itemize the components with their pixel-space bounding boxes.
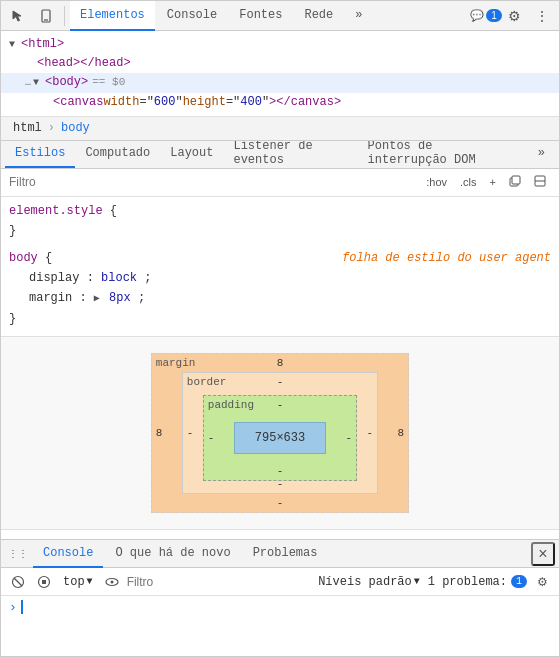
tab-listener[interactable]: Listener de eventos xyxy=(223,141,357,169)
console-drag-icon[interactable]: ⋮⋮ xyxy=(5,541,31,567)
console-content: › xyxy=(1,596,559,656)
console-filter-bar: top ▼ Níveis padrão ▼ 1 problema: 1 ⚙ xyxy=(1,568,559,596)
css-property-display: display : block ; xyxy=(9,268,551,288)
dom-line-body[interactable]: … ▼ <body> == $0 xyxy=(1,73,559,92)
css-selector-element[interactable]: element.style xyxy=(9,204,103,218)
css-value-display[interactable]: block xyxy=(101,271,137,285)
filter-input[interactable] xyxy=(9,175,417,189)
css-brace-close-2: } xyxy=(9,312,16,326)
svg-rect-3 xyxy=(512,176,520,184)
toggle-style-button[interactable] xyxy=(529,172,551,192)
padding-bottom-dash: - xyxy=(277,465,284,477)
devtools-window: Elementos Console Fontes Rede » 💬 1 ⚙ ⋮ … xyxy=(0,0,560,657)
main-content: Estilos Computado Layout Listener de eve… xyxy=(1,141,559,539)
add-style-button[interactable]: + xyxy=(485,173,501,191)
css-semi-1: ; xyxy=(144,271,151,285)
filter-actions: :hov .cls + xyxy=(421,172,551,192)
dom-tag-body: <body> xyxy=(45,73,88,92)
console-clear-icon[interactable] xyxy=(7,571,29,593)
dom-tag-canvas-close: ></canvas> xyxy=(269,93,341,112)
console-cursor[interactable] xyxy=(21,600,23,614)
toolbar-right: 💬 1 ⚙ ⋮ xyxy=(473,3,555,29)
dom-attr-eq1b: " xyxy=(175,93,182,112)
css-triangle-margin[interactable]: ▶ xyxy=(94,293,100,304)
tab-computado[interactable]: Computado xyxy=(75,141,160,169)
problem-count: 1 problema: xyxy=(428,575,507,589)
tab-estilos[interactable]: Estilos xyxy=(5,141,75,169)
tab-rede[interactable]: Rede xyxy=(294,1,343,31)
css-panel: element.style { } body { folha de estilo… xyxy=(1,197,559,337)
hov-button[interactable]: :hov xyxy=(421,173,452,191)
dom-attr-eq2: =" xyxy=(226,93,240,112)
css-prop-name-margin[interactable]: margin xyxy=(9,291,72,305)
context-chevron: ▼ xyxy=(87,576,93,587)
triangle-body[interactable]: ▼ xyxy=(33,75,45,91)
css-brace-open-2: { xyxy=(45,251,52,265)
dom-tag-head: <head></head> xyxy=(37,54,131,73)
dom-line-canvas[interactable]: ▶ <canvas width="600" height="400" ></ca… xyxy=(1,93,559,112)
triangle-head[interactable]: ▶ xyxy=(25,56,37,72)
tab-elementos[interactable]: Elementos xyxy=(70,1,155,31)
levels-chevron: ▼ xyxy=(414,576,420,587)
context-label: top xyxy=(63,575,85,589)
dom-attr-width: width xyxy=(103,93,139,112)
tab-breakpoints[interactable]: Pontos de interrupção DOM xyxy=(358,141,528,169)
margin-bottom-val: - xyxy=(277,497,284,509)
context-selector[interactable]: top ▼ xyxy=(59,573,97,591)
breadcrumb-sep: › xyxy=(48,121,55,135)
console-arrow: › xyxy=(9,600,17,615)
breadcrumb-html[interactable]: html xyxy=(9,119,46,137)
console-tab-problems[interactable]: Problemas xyxy=(243,540,328,568)
tab-fontes[interactable]: Fontes xyxy=(229,1,292,31)
box-border: border - - - - padding - - - - xyxy=(182,372,378,494)
css-value-margin[interactable]: 8px xyxy=(109,291,131,305)
border-val: - xyxy=(277,376,284,388)
problem-badge-area: 1 problema: 1 xyxy=(428,575,527,589)
more-options-icon[interactable]: ⋮ xyxy=(529,3,555,29)
padding-left-val: - xyxy=(208,432,215,444)
copy-style-button[interactable] xyxy=(504,172,526,192)
dom-line-html[interactable]: ▼ <html> xyxy=(1,35,559,54)
tab-layout[interactable]: Layout xyxy=(160,141,223,169)
console-stop-icon[interactable] xyxy=(33,571,55,593)
box-margin: margin 8 8 8 - border - - - - xyxy=(151,353,409,513)
css-prop-name-display[interactable]: display xyxy=(9,271,79,285)
triangle-html[interactable]: ▼ xyxy=(9,37,21,53)
cursor-icon[interactable] xyxy=(5,3,31,29)
console-filter-input[interactable] xyxy=(127,575,311,589)
padding-right-val: - xyxy=(346,432,353,444)
margin-left-val: 8 xyxy=(156,427,163,439)
expand-icon: … xyxy=(25,75,31,91)
console-settings-icon[interactable]: ⚙ xyxy=(531,571,553,593)
content-size: 795×633 xyxy=(255,431,305,445)
margin-label: margin xyxy=(156,357,196,369)
console-eye-icon[interactable] xyxy=(101,571,123,593)
main-toolbar: Elementos Console Fontes Rede » 💬 1 ⚙ ⋮ xyxy=(1,1,559,31)
console-close-button[interactable]: × xyxy=(531,542,555,566)
dom-attr-width-val: 600 xyxy=(154,93,176,112)
console-tab-main[interactable]: Console xyxy=(33,540,103,568)
box-model-panel: margin 8 8 8 - border - - - - xyxy=(1,337,559,530)
cls-button[interactable]: .cls xyxy=(455,173,482,191)
mobile-icon[interactable] xyxy=(33,3,59,29)
gear-icon[interactable]: ⚙ xyxy=(501,3,527,29)
feedback-icon[interactable]: 💬 1 xyxy=(473,3,499,29)
margin-right-val: 8 xyxy=(398,427,405,439)
levels-label: Níveis padrão xyxy=(318,575,412,589)
breadcrumb-body[interactable]: body xyxy=(57,119,94,137)
styles-tabs: Estilos Computado Layout Listener de eve… xyxy=(1,141,559,169)
tab-more[interactable]: » xyxy=(345,1,372,31)
dom-line-head[interactable]: ▶ <head></head> xyxy=(1,54,559,73)
css-selector-body[interactable]: body xyxy=(9,251,38,265)
css-colon-1: : xyxy=(87,271,101,285)
tab-styles-more[interactable]: » xyxy=(528,141,555,169)
tab-console[interactable]: Console xyxy=(157,1,227,31)
box-content: 795×633 xyxy=(234,422,326,454)
dom-tag-html: <html> xyxy=(21,35,64,54)
console-top-bar: ⋮⋮ Console O que há de novo Problemas × xyxy=(1,540,559,568)
svg-line-7 xyxy=(14,578,22,586)
triangle-canvas[interactable]: ▶ xyxy=(41,94,53,110)
svg-rect-9 xyxy=(42,580,46,584)
levels-dropdown[interactable]: Níveis padrão ▼ xyxy=(314,573,424,591)
console-tab-new[interactable]: O que há de novo xyxy=(105,540,240,568)
